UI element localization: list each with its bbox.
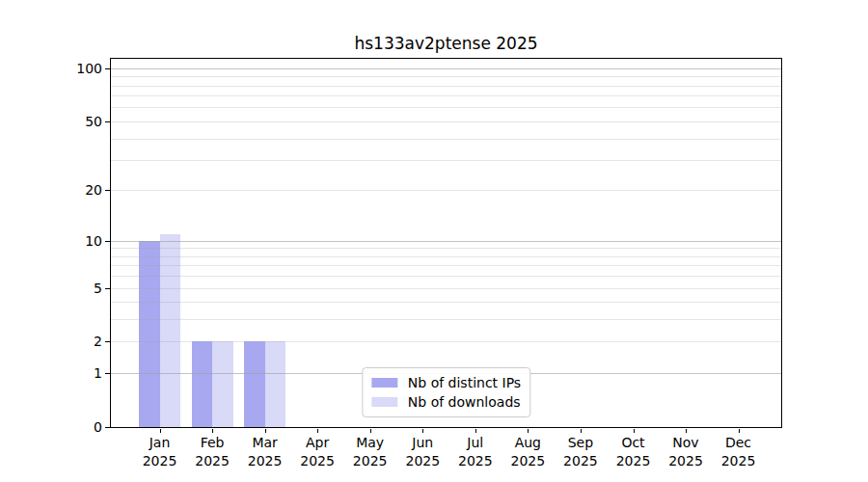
gridline-minor-50 xyxy=(111,121,781,122)
legend-label-distinct-ips: Nb of distinct IPs xyxy=(408,375,521,390)
legend-row-distinct-ips: Nb of distinct IPs xyxy=(371,373,521,392)
x-tick-mark-jun xyxy=(422,429,423,433)
gridline-minor-40 xyxy=(111,139,781,140)
chart-title: hs133av2ptense 2025 xyxy=(110,34,782,53)
gridline-minor-80 xyxy=(111,86,781,87)
y-tick-label-5: 5 xyxy=(0,280,102,297)
gridline-major-10 xyxy=(111,241,781,242)
figure: hs133av2ptense 2025 Nb of distinct IPs N… xyxy=(0,0,868,482)
y-tick-label-50: 50 xyxy=(0,113,102,130)
x-tick-label-dec: Dec2025 xyxy=(705,434,773,470)
legend-swatch-distinct-ips xyxy=(371,378,397,388)
gridline-minor-8 xyxy=(111,256,781,257)
y-tick-mark-100 xyxy=(105,68,110,69)
x-tick-mark-dec xyxy=(739,429,740,433)
y-tick-mark-0 xyxy=(105,427,110,428)
y-tick-label-0: 0 xyxy=(0,418,102,436)
y-tick-mark-10 xyxy=(105,241,110,242)
gridline-minor-30 xyxy=(111,160,781,161)
legend-label-downloads: Nb of downloads xyxy=(408,394,521,410)
y-tick-label-2: 2 xyxy=(0,333,102,350)
gridline-minor-7 xyxy=(111,265,781,266)
y-tick-mark-5 xyxy=(105,288,110,289)
gridline-minor-60 xyxy=(111,107,781,108)
x-tick-mark-may xyxy=(370,429,371,433)
x-tick-mark-jan xyxy=(160,429,161,433)
gridline-minor-90 xyxy=(111,76,781,77)
x-tick-mark-mar xyxy=(265,429,266,433)
x-tick-mark-aug xyxy=(528,429,529,433)
x-tick-mark-jul xyxy=(475,429,476,433)
y-tick-label-1: 1 xyxy=(0,364,102,382)
legend-swatch-downloads xyxy=(371,397,397,407)
gridline-minor-20 xyxy=(111,190,781,191)
gridline-minor-3 xyxy=(111,319,781,320)
x-tick-mark-feb xyxy=(212,429,213,433)
x-tick-mark-oct xyxy=(634,429,635,433)
x-tick-mark-nov xyxy=(686,429,687,433)
gridline-minor-6 xyxy=(111,276,781,277)
y-tick-label-10: 10 xyxy=(0,232,102,250)
gridline-minor-4 xyxy=(111,302,781,303)
y-tick-mark-1 xyxy=(105,373,110,374)
gridline-minor-2 xyxy=(111,341,781,342)
legend-row-downloads: Nb of downloads xyxy=(371,392,521,412)
legend: Nb of distinct IPs Nb of downloads xyxy=(362,367,530,417)
gridline-major-100 xyxy=(111,68,781,69)
gridline-minor-9 xyxy=(111,248,781,249)
y-tick-mark-50 xyxy=(105,121,110,122)
plot-area: Nb of distinct IPs Nb of downloads xyxy=(110,58,782,428)
gridline-minor-5 xyxy=(111,288,781,289)
y-tick-mark-2 xyxy=(105,341,110,342)
x-tick-mark-apr xyxy=(317,429,318,433)
gridline-minor-70 xyxy=(111,95,781,96)
y-tick-label-20: 20 xyxy=(0,181,102,199)
y-tick-label-100: 100 xyxy=(0,60,102,77)
y-tick-mark-20 xyxy=(105,190,110,191)
x-tick-mark-sep xyxy=(581,429,582,433)
